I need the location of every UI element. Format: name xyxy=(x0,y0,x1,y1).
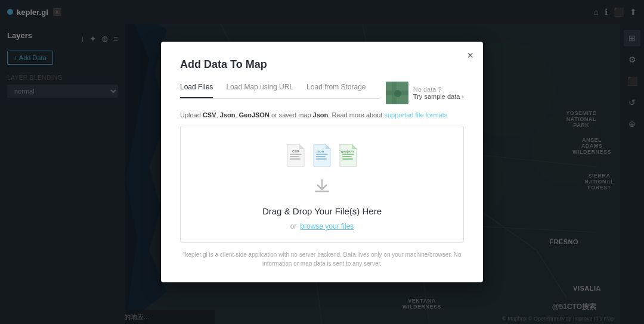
file-type-icons: csv json xyxy=(286,144,358,167)
svg-rect-8 xyxy=(290,154,302,155)
svg-rect-12 xyxy=(316,154,328,155)
geojson-file-icon: geojson xyxy=(339,144,358,167)
arrow-icon: › xyxy=(462,93,464,100)
format-geojson: GeoJSON xyxy=(239,111,269,119)
drop-title: Drag & Drop Your File(s) Here xyxy=(262,206,382,216)
svg-rect-14 xyxy=(316,158,327,160)
svg-rect-16 xyxy=(342,154,354,155)
svg-text:csv: csv xyxy=(292,149,299,153)
format-map-json: Json xyxy=(313,111,329,119)
tab-load-map-url[interactable]: Load Map using URL xyxy=(226,83,293,98)
svg-rect-18 xyxy=(342,158,353,160)
modal-close-button[interactable]: × xyxy=(467,50,473,61)
modal-tabs: Load Files Load Map using URL Load from … xyxy=(180,83,379,99)
upload-description: Upload CSV, Json, GeoJSON or saved map J… xyxy=(180,111,464,119)
drop-download-icon xyxy=(313,177,331,198)
try-sample-label: Try sample data xyxy=(413,93,460,100)
sample-data-text: No data ? Try sample data › xyxy=(413,86,464,100)
no-data-label: No data ? xyxy=(413,86,464,93)
svg-text:geojson: geojson xyxy=(341,149,354,153)
supported-formats-link[interactable]: supported file formats xyxy=(384,111,447,119)
svg-rect-20 xyxy=(315,191,329,192)
format-json: Json xyxy=(220,111,236,119)
modal-overlay: × Add Data To Map Load Files Load Map us… xyxy=(0,0,644,324)
drop-zone[interactable]: csv json xyxy=(180,126,464,243)
sample-data-thumbnail xyxy=(386,82,408,104)
sample-data-section: No data ? Try sample data › xyxy=(386,82,464,104)
svg-rect-9 xyxy=(290,156,299,157)
tab-header-row: Load Files Load Map using URL Load from … xyxy=(180,82,464,110)
svg-point-7 xyxy=(394,90,401,97)
drop-or-browse: or browse your files xyxy=(290,222,354,230)
format-csv: CSV xyxy=(203,111,216,119)
browse-files-button[interactable]: browse your files xyxy=(300,222,354,230)
privacy-note: *kepler.gl is a client-side application … xyxy=(180,250,464,268)
try-sample-data-link[interactable]: Try sample data › xyxy=(413,93,464,100)
tab-load-from-storage[interactable]: Load from Storage xyxy=(306,83,366,98)
csv-file-icon: csv xyxy=(286,144,305,167)
svg-rect-10 xyxy=(290,158,301,160)
add-data-modal: × Add Data To Map Load Files Load Map us… xyxy=(161,42,483,282)
modal-title: Add Data To Map xyxy=(180,58,464,71)
svg-text:json: json xyxy=(316,149,324,153)
drop-or-label: or xyxy=(290,222,297,230)
svg-rect-13 xyxy=(316,156,326,157)
json-file-icon: json xyxy=(312,144,332,167)
svg-rect-17 xyxy=(342,156,352,157)
tab-load-files[interactable]: Load Files xyxy=(180,83,213,98)
